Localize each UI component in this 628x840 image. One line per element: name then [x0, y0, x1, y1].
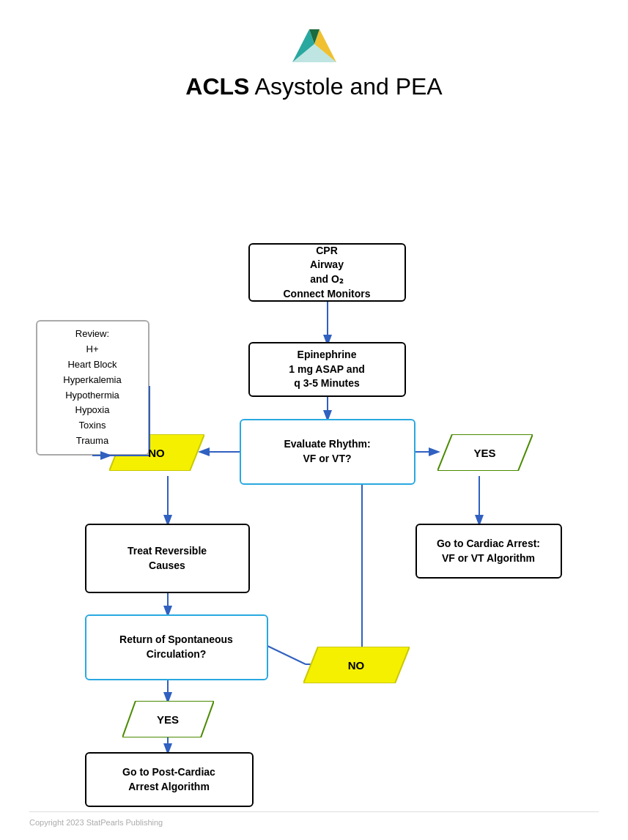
evaluate-box: Evaluate Rhythm:VF or VT?	[240, 419, 415, 485]
cpr-box: CPRAirwayand O₂Connect Monitors	[248, 243, 406, 302]
no-bottom-parallelogram: NO	[303, 647, 410, 683]
yes-bottom-label: YES	[157, 713, 179, 726]
title-light: Asystole and PEA	[249, 73, 442, 100]
flowchart: CPRAirwayand O₂Connect Monitors Epinephr…	[14, 122, 615, 796]
copyright-text: Copyright 2023 StatPearls Publishing	[29, 818, 163, 827]
yes-bottom-parallelogram: YES	[122, 701, 214, 737]
yes-right-parallelogram: YES	[437, 434, 533, 471]
post-cardiac-box: Go to Post-CardiacArrest Algorithm	[85, 752, 254, 807]
rosc-text: Return of SpontaneousCirculation?	[119, 633, 233, 661]
logo	[0, 22, 628, 66]
rosc-box: Return of SpontaneousCirculation?	[85, 614, 268, 680]
evaluate-text: Evaluate Rhythm:VF or VT?	[284, 437, 370, 466]
treat-box: Treat ReversibleCauses	[85, 524, 250, 593]
epinephrine-box: Epinephrine1 mg ASAP andq 3-5 Minutes	[248, 342, 406, 397]
review-box: Review:H+Heart BlockHyperkalemiaHypother…	[36, 320, 149, 456]
post-cardiac-text: Go to Post-CardiacArrest Algorithm	[122, 765, 215, 794]
cardiac-arrest-box: Go to Cardiac Arrest:VF or VT Algorithm	[415, 524, 562, 579]
treat-text: Treat ReversibleCauses	[128, 544, 207, 573]
svg-line-11	[267, 646, 306, 664]
page: ACLS Asystole and PEA	[0, 0, 628, 840]
no-bottom-label: NO	[348, 659, 365, 672]
cpr-text: CPRAirwayand O₂Connect Monitors	[284, 244, 371, 301]
cardiac-arrest-text: Go to Cardiac Arrest:VF or VT Algorithm	[437, 537, 540, 565]
yes-right-label: YES	[473, 447, 495, 459]
title-area: ACLS Asystole and PEA	[0, 73, 628, 100]
no-left-label: NO	[148, 447, 165, 459]
title-bold: ACLS	[185, 73, 249, 100]
review-text: Review:H+Heart BlockHyperkalemiaHypother…	[63, 327, 121, 448]
epinephrine-text: Epinephrine1 mg ASAP andq 3-5 Minutes	[289, 348, 364, 391]
footer: Copyright 2023 StatPearls Publishing	[29, 811, 599, 827]
